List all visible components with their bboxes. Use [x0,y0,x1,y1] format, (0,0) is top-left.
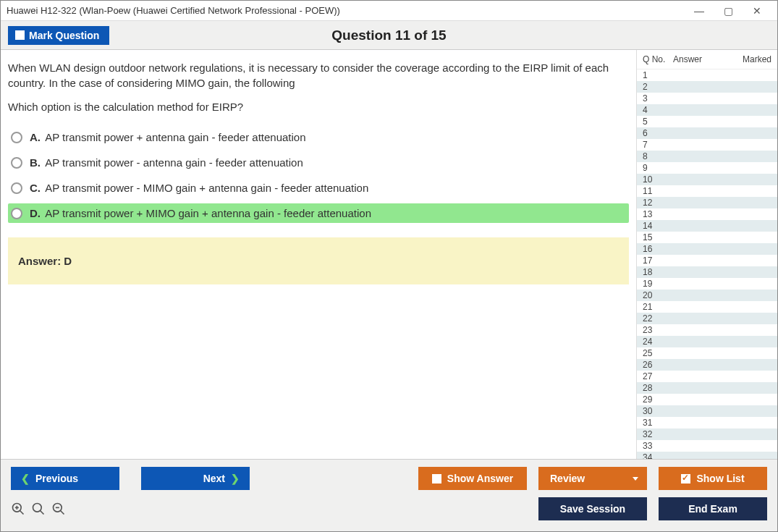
option-row[interactable]: C. AP transmit power - MIMO gain + anten… [8,178,629,198]
zoom-out-icon[interactable] [51,502,66,516]
list-item[interactable]: 7 [637,139,777,151]
radio-icon [11,182,22,194]
col-marked: Marked [735,54,774,64]
list-item[interactable]: 13 [637,208,777,220]
save-session-label: Save Session [560,503,625,515]
maximize-button[interactable]: ▢ [714,2,743,20]
list-item[interactable]: 3 [637,93,777,104]
radio-icon [11,132,22,143]
show-answer-label: Show Answer [447,473,513,484]
list-item[interactable]: 12 [637,197,777,208]
button-row-2: Save Session End Exam [11,497,767,520]
close-button[interactable]: ✕ [743,2,771,20]
zoom-controls [11,502,66,516]
svg-point-4 [33,504,42,512]
save-session-button[interactable]: Save Session [538,497,647,520]
side-header: Q No. Answer Marked [637,50,777,69]
next-button[interactable]: Next ❯ [141,467,250,490]
list-item[interactable]: 11 [637,185,777,197]
list-item[interactable]: 22 [637,313,777,324]
svg-line-7 [61,511,64,515]
review-button[interactable]: Review [538,467,647,490]
checkbox-icon [15,30,25,40]
list-item[interactable]: 1 [637,69,777,81]
list-item[interactable]: 30 [637,405,777,417]
list-item[interactable]: 15 [637,232,777,243]
col-answer: Answer [673,54,735,64]
list-item[interactable]: 4 [637,104,777,116]
window-title: Huawei H12-322 (Wlan-Poew (Huawei Certif… [7,5,685,16]
list-item[interactable]: 34 [637,452,777,459]
chevron-down-icon [633,477,638,481]
zoom-reset-icon[interactable] [31,502,46,516]
end-exam-button[interactable]: End Exam [659,497,767,520]
option-row[interactable]: B. AP transmit power - antenna gain - fe… [8,153,629,172]
option-text: A. AP transmit power + antenna gain - fe… [30,131,306,143]
list-item[interactable]: 31 [637,417,777,428]
list-item[interactable]: 33 [637,440,777,452]
checkbox-icon [432,474,441,484]
zoom-in-icon[interactable] [11,502,25,516]
mark-question-label: Mark Question [29,30,99,41]
radio-icon [11,157,22,169]
list-item[interactable]: 32 [637,428,777,440]
titlebar: Huawei H12-322 (Wlan-Poew (Huawei Certif… [1,1,777,21]
option-row[interactable]: A. AP transmit power + antenna gain - fe… [8,127,629,147]
main-panel: When WLAN design outdoor network regulat… [1,50,636,459]
list-item[interactable]: 8 [637,151,777,162]
option-text: C. AP transmit power - MIMO gain + anten… [30,182,368,194]
list-item[interactable]: 14 [637,220,777,232]
show-list-label: Show List [696,473,744,484]
list-item[interactable]: 17 [637,255,777,266]
mark-question-button[interactable]: Mark Question [8,26,109,45]
checkbox-checked-icon [681,474,690,484]
show-list-button[interactable]: Show List [659,467,767,490]
col-qno: Q No. [643,54,673,64]
option-row[interactable]: D. AP transmit power + MIMO gain + anten… [8,203,629,223]
svg-line-5 [41,511,44,515]
list-item[interactable]: 27 [637,371,777,382]
list-item[interactable]: 19 [637,278,777,290]
list-item[interactable]: 6 [637,127,777,139]
list-item[interactable]: 9 [637,162,777,174]
list-item[interactable]: 23 [637,324,777,336]
answer-box: Answer: D [8,237,629,284]
svg-line-1 [20,511,24,515]
list-item[interactable]: 25 [637,347,777,359]
list-item[interactable]: 5 [637,116,777,127]
end-exam-label: End Exam [688,503,737,515]
previous-button[interactable]: ❮ Previous [11,467,119,490]
list-item[interactable]: 2 [637,81,777,93]
review-label: Review [550,473,585,484]
show-answer-button[interactable]: Show Answer [418,467,527,490]
question-text-2: Which option is the calculation method f… [8,99,629,114]
content-row: When WLAN design outdoor network regulat… [1,50,777,459]
side-list[interactable]: 1234567891011121314151617181920212223242… [637,69,777,459]
bottom-area: ❮ Previous Next ❯ Show Answer Review Sho… [1,459,777,531]
question-list-panel: Q No. Answer Marked 12345678910111213141… [636,50,777,459]
list-item[interactable]: 16 [637,243,777,255]
list-item[interactable]: 24 [637,336,777,347]
minimize-button[interactable]: — [685,2,714,20]
chevron-right-icon: ❯ [231,473,240,484]
list-item[interactable]: 18 [637,266,777,278]
list-item[interactable]: 26 [637,359,777,371]
next-label: Next [203,473,225,484]
button-row-1: ❮ Previous Next ❯ Show Answer Review Sho… [11,467,767,490]
chevron-left-icon: ❮ [21,473,30,484]
question-heading: Question 11 of 15 [1,28,777,43]
question-text-1: When WLAN design outdoor network regulat… [8,60,629,90]
list-item[interactable]: 21 [637,301,777,313]
list-item[interactable]: 10 [637,174,777,185]
list-item[interactable]: 28 [637,382,777,394]
option-text: D. AP transmit power + MIMO gain + anten… [30,207,371,219]
list-item[interactable]: 20 [637,290,777,301]
radio-icon [11,208,22,219]
option-text: B. AP transmit power - antenna gain - fe… [30,156,303,169]
header-bar: Mark Question Question 11 of 15 [1,21,777,50]
previous-label: Previous [35,473,78,484]
list-item[interactable]: 29 [637,394,777,405]
